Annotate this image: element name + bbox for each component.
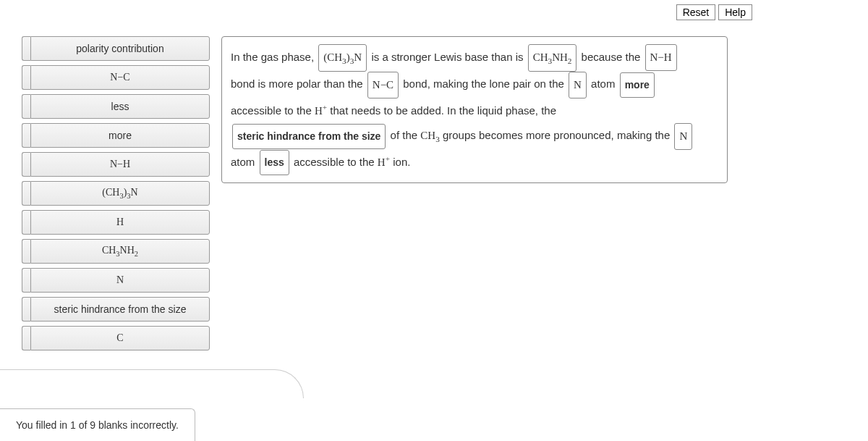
draggable-tile[interactable]: (CH3)3N (30, 181, 210, 206)
text: is a stronger Lewis base than is (371, 51, 526, 63)
text: bond is more polar than the (231, 77, 366, 90)
blank-slot[interactable]: N−H (645, 44, 677, 71)
draggable-tile[interactable]: N (30, 268, 210, 293)
text: H+ (378, 156, 390, 168)
blank-slot[interactable]: more (620, 72, 655, 98)
tile-list: polarity contributionN−ClessmoreN−H(CH3)… (22, 36, 210, 350)
drag-grip[interactable] (22, 94, 30, 119)
draggable-tile[interactable]: H (30, 210, 210, 235)
text: atom (591, 77, 618, 90)
text: bond, making the lone pair on the (403, 77, 567, 90)
drag-grip[interactable] (22, 181, 30, 206)
drag-grip[interactable] (22, 210, 30, 235)
draggable-tile[interactable]: N−C (30, 65, 210, 90)
text: ion. (390, 156, 410, 168)
text: H+ (315, 105, 327, 117)
draggable-tile[interactable]: C (30, 326, 210, 350)
drag-grip[interactable] (22, 123, 30, 148)
drag-grip[interactable] (22, 152, 30, 177)
draggable-tile[interactable]: N−H (30, 152, 210, 177)
blank-slot[interactable]: N (674, 123, 692, 150)
text: atom (231, 156, 258, 168)
reset-button[interactable]: Reset (676, 4, 716, 20)
draggable-tile[interactable]: CH3NH2 (30, 239, 210, 264)
tray-divider (0, 369, 304, 398)
draggable-tile[interactable]: more (30, 123, 210, 148)
text: accessible to the (231, 104, 315, 117)
blank-slot[interactable]: N (569, 72, 587, 98)
draggable-tile[interactable]: steric hindrance from the size (30, 297, 210, 322)
drag-grip[interactable] (22, 326, 30, 350)
blank-slot[interactable]: less (260, 150, 289, 175)
draggable-tile[interactable]: polarity contribution (30, 36, 210, 61)
blank-slot[interactable]: (CH3)3N (318, 44, 367, 72)
drag-grip[interactable] (22, 297, 30, 322)
blank-slot[interactable]: CH3NH2 (528, 44, 577, 72)
drag-grip[interactable] (22, 65, 30, 90)
text: In the gas phase, (231, 51, 317, 63)
text: of the (391, 129, 421, 141)
feedback-message: You filled in 1 of 9 blanks incorrectly. (0, 408, 195, 441)
text: because the (582, 51, 644, 63)
sentence-target[interactable]: In the gas phase, (CH3)3N is a stronger … (221, 36, 728, 183)
help-button[interactable]: Help (718, 4, 752, 20)
drag-grip[interactable] (22, 268, 30, 293)
draggable-tile[interactable]: less (30, 94, 210, 119)
text: accessible to the (294, 156, 378, 168)
text: that needs to be added. In the liquid ph… (327, 104, 556, 117)
blank-slot[interactable]: N−C (367, 72, 399, 98)
drag-grip[interactable] (22, 239, 30, 264)
text: groups becomes more pronounced, making t… (440, 129, 673, 141)
blank-slot[interactable]: steric hindrance from the size (232, 124, 386, 149)
text: CH3 (420, 130, 439, 141)
drag-grip[interactable] (22, 36, 30, 61)
